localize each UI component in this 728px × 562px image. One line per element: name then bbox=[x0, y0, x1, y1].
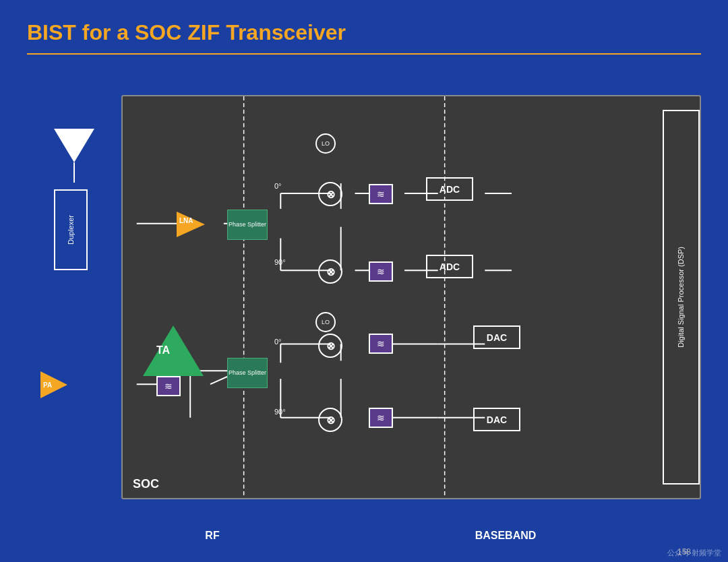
rx-mixer-top: ⊗ bbox=[318, 182, 342, 206]
rx-mixer-top-icon: ⊗ bbox=[326, 188, 335, 201]
adc-top: ADC bbox=[426, 177, 473, 201]
rx-mixer-bottom-icon: ⊗ bbox=[326, 266, 335, 278]
rx-90deg-label: 90° bbox=[274, 258, 286, 266]
phase-splitter-tx: Phase Splitter bbox=[227, 358, 268, 388]
rx-0deg-label: 0° bbox=[274, 182, 282, 190]
tx-90deg-label: 90° bbox=[274, 408, 286, 416]
duplexer-box: Duplexer bbox=[54, 189, 88, 270]
dac-bottom: DAC bbox=[473, 408, 520, 431]
lna-symbol bbox=[177, 212, 205, 237]
tx-mixer-top-icon: ⊗ bbox=[326, 340, 335, 352]
antenna-symbol bbox=[54, 129, 94, 162]
watermark: 公众号·射频学堂 bbox=[667, 548, 721, 558]
tx-input-filter: ≋ bbox=[156, 376, 181, 396]
tx-mixer-top: ⊗ bbox=[318, 334, 342, 358]
rx-filter-bottom: ≋ bbox=[369, 261, 393, 282]
tx-lo-label: LO bbox=[322, 319, 330, 325]
tx-lo-circle: LO bbox=[315, 312, 336, 332]
tx-0deg-label: 0° bbox=[274, 338, 282, 346]
duplexer-label: Duplexer bbox=[67, 215, 75, 245]
adc-top-label: ADC bbox=[439, 184, 460, 195]
lna-label: LNA bbox=[179, 217, 193, 224]
pa-label: PA bbox=[43, 381, 52, 389]
tx-filter-bottom-wave: ≋ bbox=[377, 412, 385, 423]
rf-label: RF bbox=[115, 530, 310, 542]
title-divider bbox=[27, 53, 701, 55]
dsp-box: Digital Signal Processor (DSP) bbox=[663, 110, 700, 485]
tx-filter-top: ≋ bbox=[369, 334, 393, 354]
antenna-line bbox=[73, 162, 75, 183]
dac-top: DAC bbox=[473, 325, 520, 349]
phase-splitter-tx-label: Phase Splitter bbox=[229, 369, 266, 377]
slide-title: BIST for a SOC ZIF Transceiver bbox=[27, 20, 701, 45]
baseband-label: BASEBAND bbox=[310, 530, 701, 542]
rx-lo-label: LO bbox=[322, 140, 330, 147]
rx-filter-top: ≋ bbox=[369, 184, 393, 204]
tx-input-filter-wave: ≋ bbox=[164, 381, 173, 392]
tx-filter-bottom: ≋ bbox=[369, 408, 393, 428]
rx-filter-bottom-wave: ≋ bbox=[377, 266, 385, 277]
rx-lo-circle: LO bbox=[315, 133, 336, 154]
tx-mixer-bottom-icon: ⊗ bbox=[326, 414, 335, 427]
circuit-lines bbox=[123, 96, 700, 498]
tx-mixer-bottom: ⊗ bbox=[318, 408, 342, 432]
adc-bottom: ADC bbox=[426, 255, 473, 278]
ta-symbol bbox=[143, 325, 204, 376]
rx-mixer-bottom: ⊗ bbox=[318, 259, 342, 284]
dac-top-label: DAC bbox=[487, 332, 507, 343]
phase-splitter-rx-label: Phase Splitter bbox=[229, 221, 266, 228]
phase-splitter-rx: Phase Splitter bbox=[227, 210, 268, 240]
tx-filter-top-wave: ≋ bbox=[377, 338, 385, 349]
dac-bottom-label: DAC bbox=[487, 414, 507, 425]
ta-label: TA bbox=[156, 344, 170, 356]
soc-label: SOC bbox=[133, 477, 159, 491]
slide-container: BIST for a SOC ZIF Transceiver Duplexer … bbox=[0, 0, 728, 562]
rx-filter-top-wave: ≋ bbox=[377, 189, 385, 199]
adc-bottom-label: ADC bbox=[439, 261, 460, 272]
dsp-label: Digital Signal Processor (DSP) bbox=[676, 247, 686, 348]
